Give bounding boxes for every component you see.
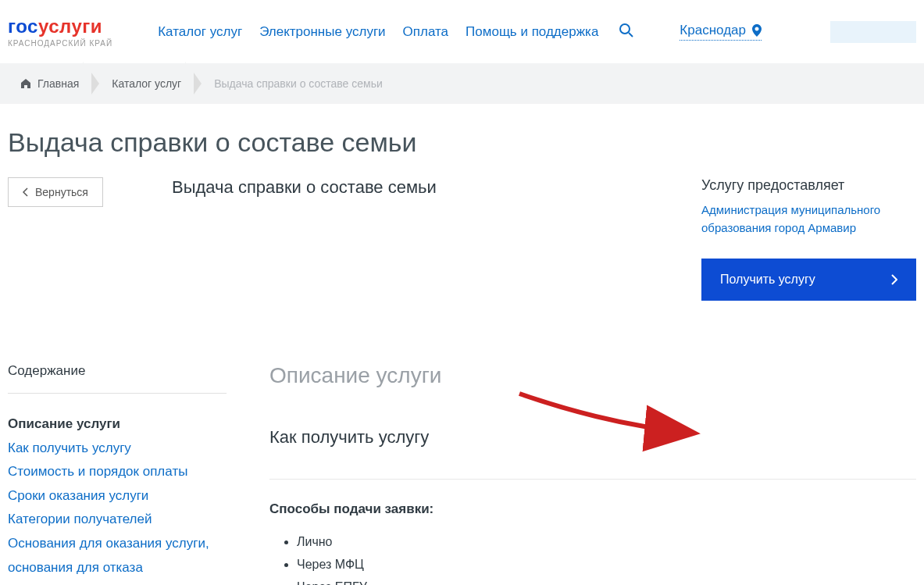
toc-item-terms[interactable]: Сроки оказания услуги [8,484,227,508]
nav-support[interactable]: Помощь и поддержка [466,24,598,40]
logo-uslugi: услуги [38,16,102,37]
breadcrumb-current: Выдача справки о составе семьи [202,77,395,90]
toc-title: Содержание [8,363,227,379]
get-service-button[interactable]: Получить услугу [701,259,916,301]
svg-point-0 [620,24,630,34]
nav-electronic[interactable]: Электронные услуги [259,24,385,40]
logo[interactable]: госуслуги КРАСНОДАРСКИЙ КРАЙ [8,16,112,48]
search-icon[interactable] [619,23,634,41]
chevron-left-icon [23,187,29,197]
service-subtitle: Выдача справки о составе семьи [172,177,678,198]
ways-item: Через ЕПГУ [297,576,916,585]
toc-item-howto[interactable]: Как получить услугу [8,437,227,461]
sub-heading: Как получить услугу [269,427,916,448]
breadcrumb-catalog[interactable]: Каталог услуг [99,77,194,90]
toc-item-categories[interactable]: Категории получателей [8,508,227,532]
home-icon [20,78,31,89]
toc-item-description[interactable]: Описание услуги [8,412,227,437]
region-selector[interactable]: Краснодар [680,23,762,41]
breadcrumb-home[interactable]: Главная [8,77,91,90]
toc-item-result[interactable]: Результат оказания услуги [8,580,227,585]
svg-line-1 [629,33,633,37]
chevron-right-icon [891,274,897,285]
toc-divider [8,393,227,394]
nav-catalog[interactable]: Каталог услуг [158,24,242,40]
location-pin-icon [752,24,762,37]
back-button[interactable]: Вернуться [8,177,103,207]
breadcrumb: Главная Каталог услуг Выдача справки о с… [0,63,924,104]
ways-list: Лично Через МФЦ Через ЕПГУ [269,531,916,585]
logo-gos: гос [8,16,38,37]
region-name: Краснодар [680,23,746,38]
ways-title: Способы подачи заявки: [269,501,916,517]
provider-link[interactable]: Администрация муниципального образования… [701,203,880,234]
toc-item-grounds[interactable]: Основания для оказания услуги, основания… [8,532,227,580]
page-title: Выдача справки о составе семьи [0,104,924,177]
section-heading: Описание услуги [269,363,916,388]
content-divider [269,479,916,480]
ways-item: Через МФЦ [297,554,916,576]
ways-item: Лично [297,531,916,554]
toc-item-cost[interactable]: Стоимость и порядок оплаты [8,460,227,484]
user-account-area[interactable] [830,21,916,43]
provider-label: Услугу предоставляет [701,177,916,194]
nav-payment[interactable]: Оплата [403,24,448,40]
logo-subtitle: КРАСНОДАРСКИЙ КРАЙ [8,39,112,48]
